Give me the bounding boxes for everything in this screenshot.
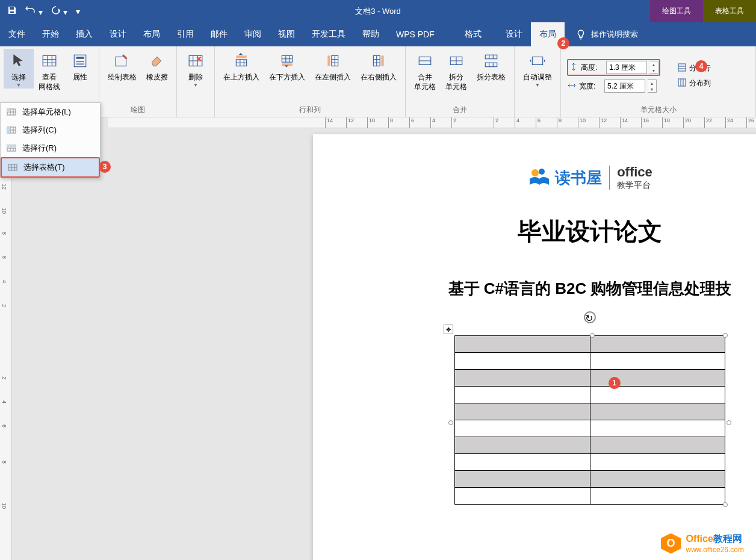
table-row[interactable] <box>455 353 725 370</box>
tab-wps-pdf[interactable]: WPS PDF <box>388 22 443 46</box>
properties-icon <box>70 51 90 70</box>
document-table[interactable]: 1 <box>454 335 725 505</box>
table-row[interactable] <box>455 454 725 471</box>
table-tools-context[interactable]: 表格工具 <box>703 0 756 22</box>
width-control: 宽度: ▲▼ <box>567 79 660 93</box>
table-row[interactable] <box>455 471 725 488</box>
group-merge: 合并 单元格 拆分 单元格 拆分表格 合并 <box>406 46 515 117</box>
horizontal-ruler[interactable]: 14 12 10 8 6 4 2 2 4 6 8 10 12 14 16 18 … <box>108 117 756 128</box>
save-icon[interactable] <box>7 5 17 17</box>
insert-left-button[interactable]: 在左侧插入 <box>310 49 356 82</box>
view-gridlines-button[interactable]: 查看 网格线 <box>34 49 65 92</box>
merge-cells-label: 合并 单元格 <box>414 73 436 92</box>
svg-rect-12 <box>327 55 330 66</box>
distribute-cols-icon <box>677 78 687 89</box>
select-table-item[interactable]: 选择表格(T) 3 <box>1 157 100 178</box>
selection-handle[interactable] <box>448 420 453 425</box>
properties-button[interactable]: 属性 <box>65 49 95 82</box>
select-column-label: 选择列(C) <box>22 125 57 135</box>
tab-layout[interactable]: 布局 <box>135 22 169 46</box>
delete-button[interactable]: 删除 ▼ <box>181 49 211 89</box>
table-row[interactable] <box>455 437 725 454</box>
tab-table-layout-label: 布局 <box>539 29 556 40</box>
table-move-handle-icon[interactable]: ✥ <box>444 325 453 334</box>
group-draw: 绘制表格 橡皮擦 绘图 <box>99 46 177 117</box>
distribute-cols-label: 分布列 <box>689 78 711 89</box>
title-bar: ▾ ▾ ▾ 文档3 - Word 绘图工具 表格工具 <box>0 0 756 22</box>
selection-handle[interactable] <box>723 333 728 338</box>
table-row[interactable]: 1 <box>455 370 725 387</box>
document-page[interactable]: 读书屋 office 教学平台 毕业设计论文 基于 C#语言的 B2C 购物管理… <box>313 134 756 560</box>
chevron-down-icon: ▼ <box>535 82 540 89</box>
tab-help[interactable]: 帮助 <box>354 22 388 46</box>
autofit-icon <box>528 51 547 70</box>
insert-above-button[interactable]: 在上方插入 <box>218 49 264 82</box>
selection-handle[interactable] <box>723 502 728 507</box>
tab-insert[interactable]: 插入 <box>67 22 101 46</box>
tab-mail[interactable]: 邮件 <box>202 22 236 46</box>
table-row[interactable] <box>455 387 725 403</box>
autofit-label: 自动调整 <box>523 73 552 82</box>
width-spinner[interactable]: ▲▼ <box>648 79 657 93</box>
split-table-icon <box>482 51 501 70</box>
svg-rect-8 <box>236 55 246 58</box>
table-row[interactable] <box>455 488 725 505</box>
left-panel <box>0 117 108 560</box>
tab-file[interactable]: 文件 <box>0 22 34 46</box>
width-input[interactable] <box>604 79 645 93</box>
table-row[interactable] <box>455 420 725 437</box>
tab-table-layout[interactable]: 布局 2 <box>531 22 565 46</box>
svg-rect-4 <box>76 63 84 64</box>
split-table-button[interactable]: 拆分表格 <box>472 49 510 82</box>
table-row[interactable] <box>455 403 725 420</box>
drawing-tools-context[interactable]: 绘图工具 <box>650 0 703 22</box>
watermark-badge-icon: O <box>661 534 681 554</box>
svg-rect-23 <box>7 109 10 112</box>
table-container: ↻ ✥ 1 <box>454 335 725 505</box>
tab-developer[interactable]: 开发工具 <box>303 22 354 46</box>
selection-handle[interactable] <box>590 333 595 338</box>
select-button[interactable]: 选择 ▼ <box>4 49 34 89</box>
document-area[interactable]: 14 12 10 8 6 4 2 2 4 6 8 10 12 14 16 18 … <box>108 117 756 560</box>
autofit-button[interactable]: 自动调整 ▼ <box>518 49 557 89</box>
split-cells-icon <box>447 51 466 70</box>
tab-table-design[interactable]: 设计 <box>497 22 531 46</box>
svg-point-30 <box>539 169 545 175</box>
split-cells-button[interactable]: 拆分 单元格 <box>441 49 472 92</box>
tell-me-search[interactable]: 操作说明搜索 <box>565 29 649 40</box>
redo-icon[interactable]: ▾ <box>51 5 67 17</box>
height-input[interactable] <box>606 61 647 74</box>
insert-right-icon <box>369 51 388 70</box>
select-row-item[interactable]: 选择行(R) <box>1 139 100 157</box>
eraser-button[interactable]: 橡皮擦 <box>141 49 173 82</box>
tab-home[interactable]: 开始 <box>34 22 67 46</box>
quick-access-toolbar: ▾ ▾ ▾ <box>0 5 87 17</box>
vertical-ruler[interactable]: 12 10 8 6 4 2 2 4 6 8 10 <box>0 117 12 560</box>
height-control: 高度: ▲▼ 4 <box>567 59 660 76</box>
selection-handle[interactable] <box>727 420 731 425</box>
select-label: 选择 <box>11 73 26 82</box>
workspace: 12 10 8 6 4 2 2 4 6 8 10 14 12 10 8 6 4 … <box>0 117 756 560</box>
insert-below-button[interactable]: 在下方插入 <box>264 49 310 82</box>
undo-icon[interactable]: ▾ <box>25 5 43 17</box>
tab-format[interactable]: 格式 <box>456 22 490 46</box>
svg-rect-21 <box>678 79 686 86</box>
rotate-handle-icon[interactable]: ↻ <box>584 311 596 323</box>
merge-cells-button[interactable]: 合并 单元格 <box>409 49 441 92</box>
tab-review[interactable]: 审阅 <box>236 22 270 46</box>
height-spinner[interactable]: ▲▼ <box>649 61 658 74</box>
group-delete-label <box>181 105 211 117</box>
insert-right-button[interactable]: 在右侧插入 <box>356 49 401 82</box>
tab-design[interactable]: 设计 <box>101 22 135 46</box>
draw-table-button[interactable]: 绘制表格 <box>103 49 141 82</box>
select-cell-item[interactable]: 选择单元格(L) <box>1 103 100 121</box>
distribute-cols-button[interactable]: 分布列 <box>677 78 711 89</box>
select-column-item[interactable]: 选择列(C) <box>1 121 100 139</box>
tell-me-label: 操作说明搜索 <box>591 29 638 40</box>
tab-references[interactable]: 引用 <box>169 22 202 46</box>
dushu-text: 读书屋 <box>555 167 602 188</box>
group-rows-cols: 在上方插入 在下方插入 在左侧插入 在右侧插入 行和列 <box>215 46 406 117</box>
table-row[interactable] <box>455 336 725 353</box>
tab-view[interactable]: 视图 <box>270 22 303 46</box>
customize-qat-icon[interactable]: ▾ <box>76 7 80 16</box>
